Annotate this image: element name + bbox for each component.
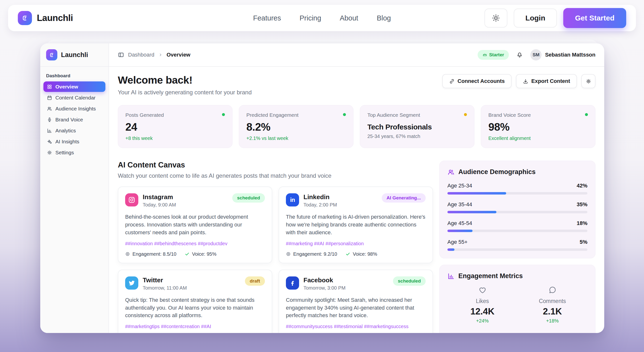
stat-card-posts-generated: Posts Generated 24 +8 this week [118,105,232,148]
progress-track [448,248,588,251]
sidebar-brand-name: Launchli [61,51,88,59]
status-dot [464,113,467,116]
sidebar-item-label: Brand Voice [55,117,83,123]
download-icon [523,78,528,84]
metric-change: +24% [448,318,518,324]
post-hashtags[interactable]: ##marketing ##AI ##personalization [286,241,426,246]
post-time: Today, 9:00 AM [143,202,176,208]
stat-label: Predicted Engagement [246,112,346,118]
stat-card-predicted-engagement: Predicted Engagement 8.2% +2.1% vs last … [239,105,354,148]
gear-icon [47,150,52,155]
age-label: Age 25-34 [448,183,472,189]
stat-cards: Posts Generated 24 +8 this week Predicte… [118,105,596,148]
post-time: Tomorrow, 11:00 AM [143,285,187,291]
post-card-linkedin[interactable]: in Linkedin Today, 2:00 PM AI Generating… [278,186,433,263]
stat-change: 25-34 years, 67% match [367,134,467,139]
section-subtitle: Watch your content come to life as AI ge… [118,172,433,179]
sidebar-item-content-calendar[interactable]: Content Calendar [44,92,106,103]
theme-toggle-button[interactable] [484,8,508,27]
breadcrumb-parent[interactable]: Dashboard [128,52,154,58]
facebook-icon [286,277,299,290]
sidebar-item-audience-insights[interactable]: Audience Insights [44,103,106,114]
sidebar: Launchli Dashboard Overview Content Cale… [40,43,109,333]
sidebar-item-overview[interactable]: Overview [44,81,106,92]
sidebar-section-label: Dashboard [46,73,103,78]
stat-change: +8 this week [126,136,225,141]
sidebar-item-ai-insights[interactable]: AI Insights [44,136,106,147]
status-badge: AI Generating... [382,193,426,203]
user-name: Sebastian Mattsson [545,52,596,58]
plan-badge-label: Starter [489,52,504,57]
get-started-button[interactable]: Get Started [563,8,626,28]
metric-shares: Shares 956 [448,333,518,333]
nav-link-pricing[interactable]: Pricing [300,14,321,22]
nav-link-blog[interactable]: Blog [377,14,391,22]
twitter-icon [125,277,138,290]
crown-icon [482,53,487,57]
age-label: Age 45-54 [448,220,472,226]
metric-label: Likes [448,298,518,305]
check-icon [185,252,190,257]
audience-demographics-panel: Audience Demographics Age 25-3442% Age 3… [439,161,596,258]
user-menu[interactable]: SM Sebastian Mattsson [530,49,596,60]
sidebar-panel-icon[interactable] [118,52,124,58]
post-body: Behind-the-scenes look at our product de… [125,213,265,236]
share-icon [478,333,486,333]
post-body: Community spotlight: Meet Sarah, who inc… [286,296,426,320]
stat-value: 24 [126,121,225,133]
users-icon [448,168,455,176]
post-card-instagram[interactable]: Instagram Today, 9:00 AM scheduled Behin… [118,186,272,263]
dashboard-content: Welcome back! Your AI is actively genera… [109,67,604,333]
nav-link-about[interactable]: About [340,14,358,22]
sparkles-icon [47,139,52,144]
status-dot [585,113,588,116]
post-card-facebook[interactable]: Facebook Tomorrow, 3:00 PM scheduled Com… [278,270,433,333]
post-body: The future of marketing is AI-driven per… [286,213,426,236]
engagement-metrics-panel: Engagement Metrics Likes 12.4K +24% [439,265,596,333]
sidebar-item-settings[interactable]: Settings [44,147,106,158]
age-label: Age 55+ [448,239,468,245]
login-button[interactable]: Login [514,8,557,27]
post-card-twitter[interactable]: Twitter Tomorrow, 11:00 AM draft Quick t… [118,270,272,333]
sun-icon [492,14,500,22]
grid-icon [47,84,52,89]
sidebar-item-label: Overview [55,84,78,90]
post-body: Quick tip: The best content strategy is … [125,296,265,320]
sidebar-item-label: Content Calendar [55,95,96,101]
nav-link-features[interactable]: Features [253,14,281,22]
stat-change: Excellent alignment [488,136,588,141]
connect-accounts-button[interactable]: Connect Accounts [442,74,512,88]
ai-content-canvas: AI Content Canvas Watch your content com… [118,161,433,333]
stat-value: Tech Professionals [367,123,467,131]
progress-fill [448,248,454,251]
linkedin-icon: in [286,193,299,206]
panel-title: Engagement Metrics [458,272,523,280]
sidebar-item-label: Settings [55,150,74,156]
post-hashtags[interactable]: ##marketingtips ##contentcreation ##AI [125,324,265,329]
export-content-button[interactable]: Export Content [516,74,577,88]
progress-fill [448,230,472,232]
sidebar-item-analytics[interactable]: Analytics [44,125,106,136]
breadcrumb-current: Overview [166,52,190,58]
page: Launchli Features Pricing About Blog Log… [0,0,644,352]
metric-likes: Likes 12.4K +24% [448,286,518,324]
progress-fill [448,192,506,195]
stat-change: +2.1% vs last week [246,136,346,141]
plan-badge: Starter [478,50,509,60]
users-icon [47,106,52,111]
post-hashtags[interactable]: ##communitysuccess ##testimonial ##marke… [286,324,426,329]
post-time: Tomorrow, 3:00 PM [304,285,346,291]
sidebar-brand: Launchli [40,43,108,67]
settings-button[interactable] [581,74,596,88]
bell-icon[interactable] [516,51,523,58]
instagram-icon [125,193,138,206]
post-hashtags[interactable]: ##innovation ##behindthescenes ##product… [125,241,265,246]
status-badge: draft [245,277,265,286]
sidebar-item-brand-voice[interactable]: Brand Voice [44,114,106,125]
voice-score: Voice: 98% [353,251,377,257]
nav-links: Features Pricing About Blog [253,14,391,22]
progress-track [448,230,588,232]
heart-icon [478,286,486,294]
stat-value: 98% [488,121,588,133]
export-content-label: Export Content [531,78,570,84]
